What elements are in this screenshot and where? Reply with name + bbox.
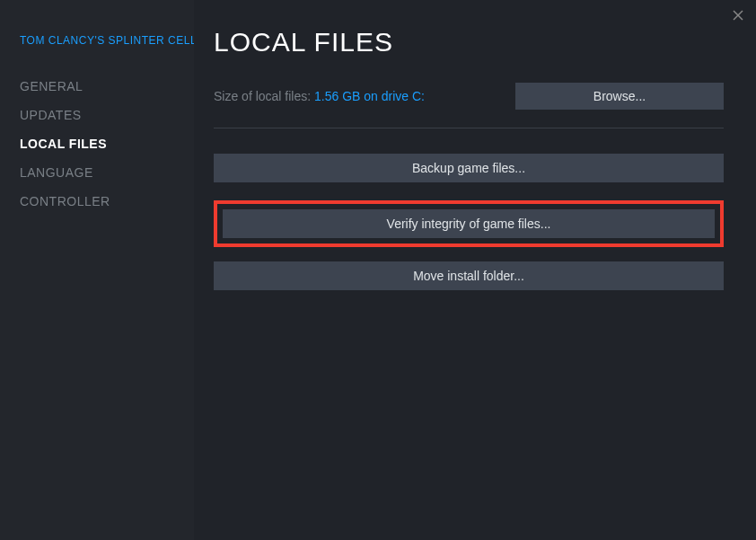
file-size-text: Size of local files: 1.56 GB on drive C:: [214, 88, 425, 104]
move-folder-button[interactable]: Move install folder...: [214, 261, 724, 290]
verify-highlight: Verify integrity of game files...: [214, 200, 724, 247]
file-size-link[interactable]: 1.56 GB on drive C:: [314, 89, 425, 103]
main-content: LOCAL FILES Size of local files: 1.56 GB…: [194, 0, 756, 540]
sidebar-item-updates[interactable]: UPDATES: [0, 101, 194, 129]
file-size-label: Size of local files:: [214, 89, 314, 103]
sidebar-item-general[interactable]: GENERAL: [0, 72, 194, 101]
page-title: LOCAL FILES: [214, 27, 724, 58]
sidebar-item-language[interactable]: LANGUAGE: [0, 158, 194, 187]
backup-button[interactable]: Backup game files...: [214, 154, 724, 182]
browse-button[interactable]: Browse...: [515, 83, 724, 110]
verify-button[interactable]: Verify integrity of game files...: [223, 209, 715, 238]
sidebar: TOM CLANCY'S SPLINTER CELL GENERAL UPDAT…: [0, 0, 194, 540]
game-title: TOM CLANCY'S SPLINTER CELL: [0, 34, 194, 47]
file-size-row: Size of local files: 1.56 GB on drive C:…: [214, 83, 724, 128]
sidebar-item-controller[interactable]: CONTROLLER: [0, 187, 194, 216]
sidebar-item-local-files[interactable]: LOCAL FILES: [0, 129, 194, 158]
divider: [214, 128, 724, 128]
